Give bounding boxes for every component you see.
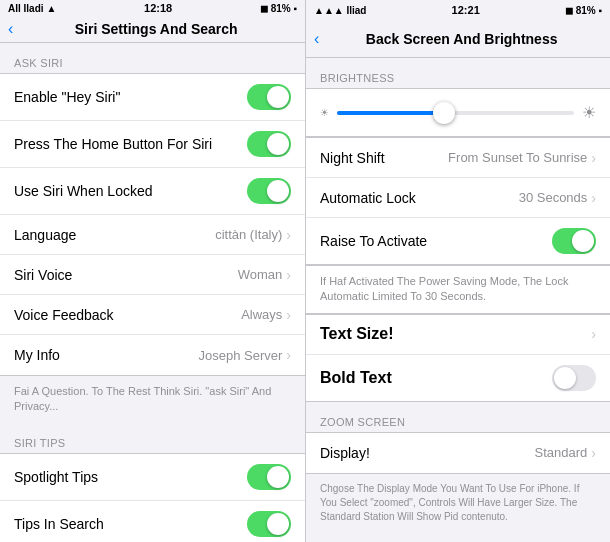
display-chevron: › [591,445,596,461]
battery-left: ◼ 81% ▪ [260,3,297,14]
language-value: cittàn (Italy) [215,227,282,242]
status-bar-right: ▲▲▲ Iliad 12:21 ◼ 81% ▪ [306,0,610,20]
row-text-size[interactable]: Text Size! › [306,315,610,355]
auto-lock-chevron: › [591,190,596,206]
row-siri-voice[interactable]: Siri Voice Woman › [0,255,305,295]
my-info-value: Joseph Server [199,348,283,363]
row-raise-activate[interactable]: Raise To Activate [306,218,610,264]
tips-search-label: Tips In Search [14,516,247,532]
row-home-button[interactable]: Press The Home Button For Siri [0,121,305,168]
spotlight-tips-label: Spotlight Tips [14,469,247,485]
brightness-slider[interactable] [337,111,574,115]
my-info-chevron: › [286,347,291,363]
row-my-info[interactable]: My Info Joseph Server › [0,335,305,375]
home-button-knob [267,133,289,155]
nav-bar-left: ‹ Siri Settings And Search [0,16,305,43]
bold-text-knob [554,367,576,389]
siri-locked-toggle[interactable] [247,178,291,204]
left-panel: All Iladi ▲ 12:18 ◼ 81% ▪ ‹ Siri Setting… [0,0,305,542]
display-rows-group-1: Night Shift From Sunset To Sunrise › Aut… [306,137,610,265]
display-rows-group-2: Text Size! › Bold Text [306,314,610,402]
voice-feedback-label: Voice Feedback [14,307,241,323]
back-button-right[interactable]: ‹ [314,30,321,48]
wifi-icon-left: ▲ [47,3,57,14]
siri-voice-value: Woman [238,267,283,282]
raise-activate-knob [572,230,594,252]
display-label: Display! [320,445,535,461]
raise-activate-toggle[interactable] [552,228,596,254]
bold-text-label: Bold Text [320,369,552,387]
row-hey-siri[interactable]: Enable "Hey Siri" [0,74,305,121]
brightness-icon-large: ☀ [582,103,596,122]
siri-tips-header: SIRI TIPS [0,423,305,453]
row-bold-text[interactable]: Bold Text [306,355,610,401]
raise-activate-label: Raise To Activate [320,233,552,249]
tips-search-knob [267,513,289,535]
row-display[interactable]: Display! Standard › [306,433,610,473]
row-auto-lock[interactable]: Automatic Lock 30 Seconds › [306,178,610,218]
zoom-section-header: ZOOM SCREEN [306,402,610,432]
info-box: If Haf Activated The Power Saving Mode, … [306,265,610,314]
night-shift-label: Night Shift [320,150,448,166]
siri-tips-text: Fai A Question. To The Rest Think Siri. … [0,376,305,423]
night-shift-chevron: › [591,150,596,166]
battery-right: ◼ 81% ▪ [565,5,602,16]
row-voice-feedback[interactable]: Voice Feedback Always › [0,295,305,335]
row-spotlight-tips[interactable]: Spotlight Tips [0,454,305,501]
carrier-right: ▲▲▲ Iliad [314,5,366,16]
text-size-label: Text Size! [320,325,591,343]
right-panel: ▲▲▲ Iliad 12:21 ◼ 81% ▪ ‹ Back Screen An… [305,0,610,542]
siri-locked-knob [267,180,289,202]
voice-feedback-value: Always [241,307,282,322]
siri-voice-label: Siri Voice [14,267,238,283]
back-icon-left: ‹ [8,20,13,38]
brightness-fill [337,111,444,115]
zoom-rows-group: Display! Standard › [306,432,610,474]
bold-text-toggle[interactable] [552,365,596,391]
hey-siri-toggle[interactable] [247,84,291,110]
back-button-left[interactable]: ‹ [8,20,15,38]
home-button-toggle[interactable] [247,131,291,157]
home-button-label: Press The Home Button For Siri [14,136,247,152]
language-label: Language [14,227,215,243]
carrier-left: All Iladi [8,3,44,14]
nav-title-left: Siri Settings And Search [15,21,297,37]
spotlight-tips-toggle[interactable] [247,464,291,490]
row-siri-locked[interactable]: Use Siri When Locked [0,168,305,215]
auto-lock-value: 30 Seconds [519,190,588,205]
brightness-header: BRIGHTNESS [306,58,610,88]
siri-locked-label: Use Siri When Locked [14,183,247,199]
text-size-chevron: › [591,326,596,342]
brightness-icon-small: ☀ [320,107,329,118]
hey-siri-knob [267,86,289,108]
brightness-thumb [433,102,455,124]
language-chevron: › [286,227,291,243]
time-right: 12:21 [452,4,480,16]
siri-voice-chevron: › [286,267,291,283]
bottom-info-right: Chgose The Display Mode You Want To Use … [306,474,610,532]
voice-feedback-chevron: › [286,307,291,323]
time-left: 12:18 [144,2,172,14]
row-tips-search[interactable]: Tips In Search [0,501,305,542]
my-info-label: My Info [14,347,199,363]
brightness-section: ☀ ☀ [306,88,610,137]
nav-title-right: Back Screen And Brightness [321,31,602,47]
auto-lock-label: Automatic Lock [320,190,519,206]
siri-tips-group: Spotlight Tips Tips In Search Lock Scree… [0,453,305,542]
spotlight-tips-knob [267,466,289,488]
row-night-shift[interactable]: Night Shift From Sunset To Sunrise › [306,138,610,178]
hey-siri-label: Enable "Hey Siri" [14,89,247,105]
ask-siri-group: Enable "Hey Siri" Press The Home Button … [0,73,305,376]
display-value: Standard [535,445,588,460]
row-language[interactable]: Language cittàn (Italy) › [0,215,305,255]
status-bar-left: All Iladi ▲ 12:18 ◼ 81% ▪ [0,0,305,16]
tips-search-toggle[interactable] [247,511,291,537]
ask-siri-header: ASK SIRI [0,43,305,73]
back-icon-right: ‹ [314,30,319,48]
nav-bar-right: ‹ Back Screen And Brightness [306,20,610,58]
night-shift-value: From Sunset To Sunrise [448,150,587,165]
